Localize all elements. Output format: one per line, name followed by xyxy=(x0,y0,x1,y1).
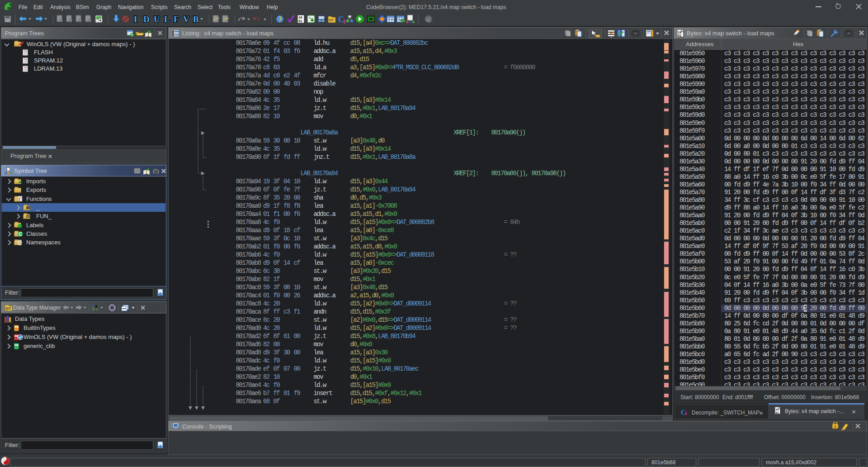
svg-text:01: 01 xyxy=(298,19,302,23)
svg-text:B: B xyxy=(193,14,199,24)
svg-text:F: F xyxy=(174,14,179,24)
svg-text:L: L xyxy=(164,14,170,24)
svg-text:I: I xyxy=(134,14,137,24)
svg-text:f: f xyxy=(344,19,346,25)
svg-text:C: C xyxy=(19,232,22,237)
svg-text:V: V xyxy=(183,14,189,24)
svg-text:DT: DT xyxy=(329,18,334,22)
svg-text:DT: DT xyxy=(6,306,11,311)
svg-text:01: 01 xyxy=(776,411,779,415)
svg-text:D: D xyxy=(143,14,150,24)
svg-text:U: U xyxy=(154,14,160,24)
svg-text:10: 10 xyxy=(298,16,302,19)
svg-text:01: 01 xyxy=(678,34,682,38)
